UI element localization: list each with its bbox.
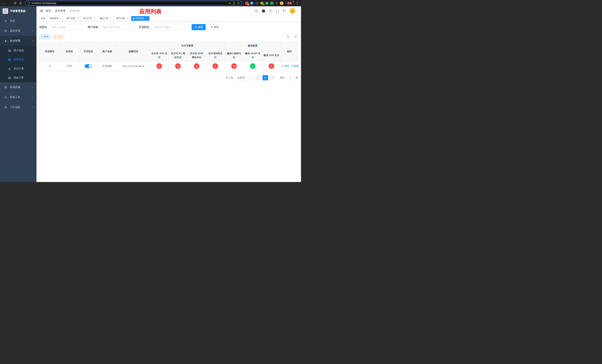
address-bar[interactable]: i localhost:1024/pay/app — [25, 1, 242, 6]
cell-created-at: 2021-10-23 08:49:25 — [117, 61, 150, 71]
edit-link[interactable]: 修改 — [282, 64, 289, 68]
password-key-icon[interactable] — [228, 2, 231, 5]
browser-reload-button[interactable] — [13, 1, 17, 6]
url-text[interactable]: localhost:1024/pay/app — [32, 2, 227, 4]
extension-icon-1[interactable]: 10 — [245, 2, 248, 5]
share-icon[interactable] — [233, 2, 236, 5]
tab-merchant-info[interactable]: 商户信息 × — [115, 16, 130, 21]
browser-profile-avatar[interactable] — [280, 1, 283, 5]
sidebar-item-merchant-info[interactable]: ▤ 商户信息 — [0, 46, 36, 55]
update-dot — [293, 1, 294, 2]
merchant-name-input[interactable] — [100, 24, 133, 30]
tab-user-group[interactable]: 用户分组 × — [64, 16, 80, 21]
cell-app-name: 芋道 — [60, 61, 79, 71]
extension-icon-3[interactable] — [255, 2, 258, 5]
site-info-icon[interactable]: i — [27, 2, 30, 5]
payment-submenu: ▤ 商户信息 ▦ 应用信息 ◎ 支付订单 ▤ 退款订单 — [0, 46, 36, 82]
tab-app-info[interactable]: 应用信息 × — [131, 16, 149, 21]
col-app-id: 应用编号 — [39, 42, 60, 61]
sidebar-logo[interactable]: 芋道管理系统 — [0, 6, 36, 16]
infra-icon: ⊞ — [4, 86, 8, 89]
breadcrumb-payment[interactable]: 支付管理 — [55, 9, 65, 13]
help-icon[interactable]: ? — [269, 10, 272, 13]
goto-page-input[interactable] — [286, 75, 294, 80]
page-size-select[interactable]: 10条/页 — [235, 75, 253, 80]
browser-forward-button[interactable]: → — [7, 1, 12, 6]
search-icon[interactable] — [255, 9, 258, 13]
col-status: 开启状态 — [79, 42, 98, 61]
alipay-wap-status-icon — [194, 63, 199, 69]
col-alipay-qr: 支付宝扫码支付 — [206, 50, 225, 61]
close-icon[interactable]: × — [126, 17, 129, 20]
navbar-actions: ? TT — [255, 8, 298, 14]
cell-app-id: 6 — [39, 61, 60, 71]
close-icon[interactable]: × — [59, 17, 62, 20]
sidebar-toggle-icon[interactable] — [39, 10, 43, 12]
extension-icon-6[interactable] — [270, 2, 273, 5]
extension-icon-2[interactable] — [250, 2, 253, 5]
tab-home[interactable]: 首页 — [39, 16, 47, 21]
user-avatar[interactable] — [289, 8, 298, 14]
toggle-search-button[interactable] — [285, 34, 291, 39]
table-toolbar: + 新增 导出 — [39, 34, 298, 39]
refresh-button[interactable] — [293, 34, 298, 39]
wechat-jsapi-status-icon — [250, 63, 256, 69]
status-label: 开启状态 — [139, 26, 149, 29]
reset-button[interactable]: 重置 — [207, 24, 222, 30]
browser-home-button[interactable] — [18, 1, 23, 6]
page-number-1[interactable]: 1 — [262, 75, 268, 80]
browser-update-button[interactable]: 更新 — [285, 1, 294, 5]
sidebar-item-pay-order[interactable]: ◎ 支付订单 — [0, 64, 36, 73]
browser-menu-icon[interactable] — [296, 1, 298, 5]
sidebar-item-app-info[interactable]: ▦ 应用信息 — [0, 55, 36, 64]
page-content: 应用名 商户名称 开启状态 — [36, 21, 301, 182]
sidebar-item-infrastructure[interactable]: ⊞ 基础设施 — [0, 82, 36, 92]
tags-view-bar: 首页 流程表单 × 用户分组 × 支付订单 × 退款订单 × — [36, 16, 301, 21]
alipay-app-status-icon — [156, 63, 162, 69]
delete-link[interactable]: 删除 — [291, 64, 299, 68]
search-button[interactable]: 搜索 — [192, 24, 206, 30]
sidebar-item-refund-order[interactable]: ▤ 退款订单 — [0, 73, 36, 82]
extension-badge-green: 1 — [263, 3, 265, 6]
update-label: 更新 — [287, 2, 292, 5]
grid-icon: ▦ — [7, 58, 11, 61]
sidebar-item-home[interactable]: ⊙ 首页 — [0, 16, 36, 26]
merchant-name-label: 商户名称 — [88, 26, 98, 29]
status-toggle[interactable] — [85, 64, 92, 68]
close-icon[interactable]: × — [93, 17, 95, 20]
sidebar-item-dev-tools[interactable]: ⊡ 研发工具 — [0, 92, 36, 102]
sidebar-item-system[interactable]: ⚙ 系统管理 — [0, 26, 36, 36]
browser-back-button[interactable]: ← — [1, 1, 6, 6]
chevron-down-icon — [249, 77, 251, 78]
extension-icon-5[interactable] — [265, 2, 269, 5]
extension-icon-4[interactable]: 1 — [260, 2, 263, 5]
app-title: 芋道管理系统 — [10, 10, 26, 13]
avatar-caret-icon — [297, 10, 298, 11]
wechat-mini-status-icon — [231, 63, 237, 69]
col-alipay-app: 支付宝 APP 支付 — [150, 50, 169, 61]
add-button[interactable]: + 新增 — [39, 34, 51, 39]
sidebar-item-payment[interactable]: ¥ 支付管理 — [0, 36, 36, 46]
extensions-pin-icon[interactable] — [275, 2, 278, 5]
document-icon: ▤ — [7, 76, 11, 79]
status-select[interactable] — [151, 24, 188, 30]
fullscreen-icon[interactable] — [276, 10, 279, 13]
breadcrumb-home[interactable]: 首页 — [46, 9, 51, 13]
close-icon[interactable]: × — [145, 17, 148, 20]
app-name-input[interactable] — [49, 24, 82, 30]
next-page-button[interactable] — [270, 75, 275, 80]
export-button[interactable]: 导出 — [52, 34, 64, 39]
col-merchant: 商户名称 — [98, 42, 117, 61]
prev-page-button[interactable] — [255, 75, 261, 80]
font-size-icon[interactable]: TT — [283, 9, 286, 13]
close-icon[interactable]: × — [76, 17, 79, 20]
bookmark-star-icon[interactable] — [237, 2, 240, 5]
tab-pay-order[interactable]: 支付订单 × — [81, 16, 97, 21]
extensions-area: 10 1 更新 — [244, 1, 300, 5]
sidebar-item-workflow[interactable]: ⊟ 工作流程 — [0, 102, 36, 112]
close-icon[interactable]: × — [109, 17, 112, 20]
tab-process-form[interactable]: 流程表单 × — [48, 16, 64, 21]
alipay-pc-status-icon — [175, 63, 181, 69]
github-icon[interactable] — [262, 9, 265, 13]
tab-refund-order[interactable]: 退款订单 × — [98, 16, 114, 21]
